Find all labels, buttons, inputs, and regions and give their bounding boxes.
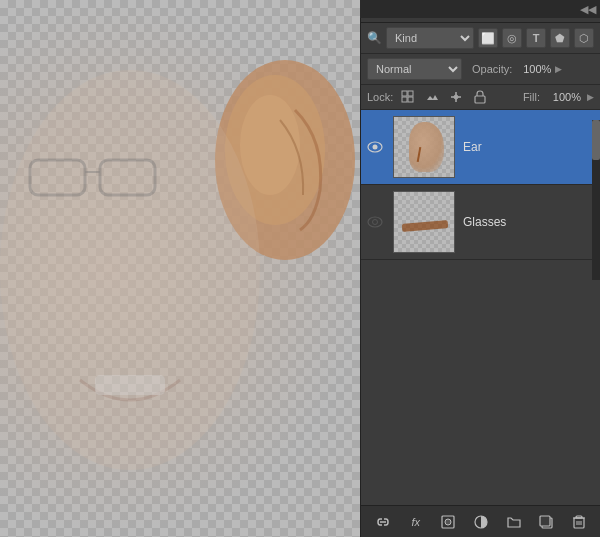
layers-panel-container: ◀◀ Layers 🔍 Kind ⬜ ◎ T ⬟ ⬡ Normal Opacit…: [360, 0, 600, 537]
layer-effects-button[interactable]: fx: [404, 510, 428, 534]
delete-layer-button[interactable]: [567, 510, 591, 534]
layers-filter-row: 🔍 Kind ⬜ ◎ T ⬟ ⬡: [361, 23, 600, 54]
layer-name-glasses: Glasses: [459, 215, 600, 229]
blend-mode-select[interactable]: Normal: [367, 58, 462, 80]
filter-text-icon[interactable]: T: [526, 28, 546, 48]
svg-point-19: [373, 220, 378, 225]
new-adjustment-button[interactable]: [469, 510, 493, 534]
svg-rect-9: [408, 91, 413, 96]
add-mask-button[interactable]: [436, 510, 460, 534]
svg-point-17: [373, 145, 378, 150]
search-icon: 🔍: [367, 31, 382, 45]
filter-kind-select[interactable]: Kind: [386, 27, 474, 49]
filter-image-icon[interactable]: ⬜: [478, 28, 498, 48]
layer-name-ear: Ear: [459, 140, 600, 154]
collapse-arrows-icon[interactable]: ◀◀: [580, 3, 596, 16]
layer-thumbnail-ear: [393, 116, 455, 178]
opacity-label: Opacity:: [472, 63, 512, 75]
lock-position-icon[interactable]: [447, 88, 465, 106]
layer-visibility-ear[interactable]: [361, 141, 389, 153]
link-layers-button[interactable]: [371, 510, 395, 534]
svg-rect-25: [540, 516, 550, 526]
svg-rect-10: [402, 97, 407, 102]
lock-transparent-icon[interactable]: [399, 88, 417, 106]
layer-item-glasses[interactable]: Glasses: [361, 185, 600, 260]
svg-rect-8: [402, 91, 407, 96]
layers-scrollbar-thumb[interactable]: [592, 120, 600, 160]
filter-adjust-icon[interactable]: ◎: [502, 28, 522, 48]
fill-arrow-icon[interactable]: ▶: [587, 92, 594, 102]
filter-smart-icon[interactable]: ⬡: [574, 28, 594, 48]
thumb-ear-shape: [409, 122, 444, 172]
filter-shape-icon[interactable]: ⬟: [550, 28, 570, 48]
new-group-button[interactable]: [502, 510, 526, 534]
opacity-arrow-icon[interactable]: ▶: [555, 64, 562, 74]
fill-label: Fill:: [523, 91, 540, 103]
lock-image-icon[interactable]: [423, 88, 441, 106]
layer-item-ear[interactable]: Ear: [361, 110, 600, 185]
layers-scrollbar[interactable]: [592, 120, 600, 280]
svg-point-18: [368, 217, 382, 227]
svg-rect-28: [576, 516, 582, 518]
svg-point-3: [0, 70, 260, 470]
panel-collapse-bar: ◀◀: [360, 0, 600, 18]
layers-list: Ear Glasses: [361, 110, 600, 260]
thumb-glasses-shape: [402, 220, 449, 232]
layers-toolbar: fx: [361, 505, 600, 537]
svg-rect-11: [408, 97, 413, 102]
lock-row: Lock: Fill: 100% ▶: [361, 85, 600, 110]
lock-label: Lock:: [367, 91, 393, 103]
blend-opacity-row: Normal Opacity: 100% ▶: [361, 54, 600, 85]
lock-all-icon[interactable]: [471, 88, 489, 106]
svg-rect-15: [475, 96, 485, 103]
svg-point-22: [445, 519, 451, 525]
fill-value: 100%: [546, 91, 581, 103]
layer-thumbnail-glasses: [393, 191, 455, 253]
canvas-area[interactable]: [0, 0, 365, 537]
new-layer-button[interactable]: [534, 510, 558, 534]
svg-rect-7: [95, 375, 165, 395]
face-canvas-region: [0, 0, 280, 537]
layer-visibility-glasses[interactable]: [361, 216, 389, 228]
opacity-value: 100%: [516, 63, 551, 75]
